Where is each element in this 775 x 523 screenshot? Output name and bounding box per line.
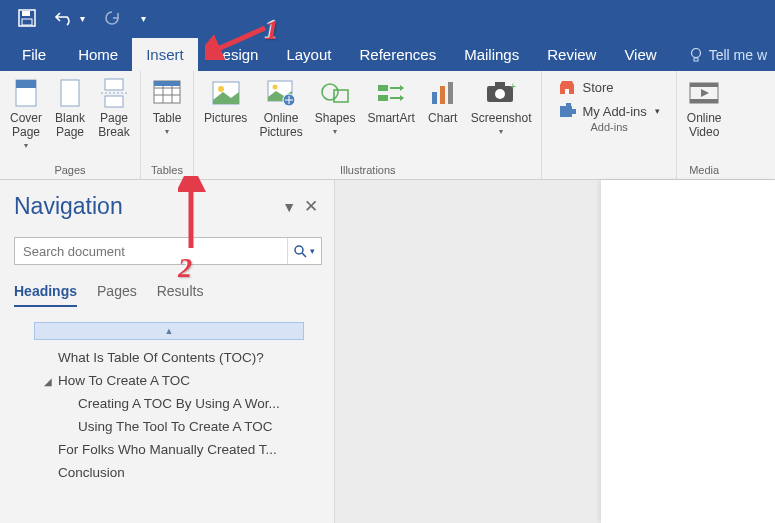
store-button[interactable]: Store <box>558 79 659 95</box>
page-break-button[interactable]: Page Break <box>92 73 136 162</box>
chart-icon <box>427 77 459 109</box>
online-video-button[interactable]: Online Video <box>681 73 728 162</box>
tab-insert[interactable]: Insert <box>132 38 198 71</box>
pictures-button[interactable]: Pictures <box>198 73 253 162</box>
redo-icon[interactable] <box>103 10 121 26</box>
table-button[interactable]: Table ▾ <box>145 73 189 162</box>
my-addins-button[interactable]: My Add-ins ▾ <box>558 103 659 119</box>
store-icon <box>558 79 576 95</box>
svg-rect-30 <box>495 82 505 88</box>
search-input[interactable] <box>15 240 287 263</box>
group-media-label: Media <box>681 162 728 179</box>
svg-point-20 <box>273 85 278 90</box>
undo-icon[interactable]: ▾ <box>54 10 85 26</box>
shapes-label: Shapes <box>315 111 356 125</box>
screenshot-label: Screenshot <box>471 111 532 125</box>
close-icon[interactable]: ✕ <box>300 192 322 221</box>
annotation-number-1: 1 <box>265 14 279 46</box>
tab-review[interactable]: Review <box>533 38 610 71</box>
save-icon[interactable] <box>18 9 36 27</box>
blank-page-button[interactable]: Blank Page <box>48 73 92 162</box>
online-pictures-icon <box>265 77 297 109</box>
qat-customize-icon[interactable]: ▾ <box>139 13 146 24</box>
nav-tab-pages[interactable]: Pages <box>97 283 137 307</box>
svg-rect-24 <box>378 85 388 91</box>
svg-rect-4 <box>694 58 698 61</box>
svg-rect-27 <box>440 86 445 104</box>
lightbulb-icon <box>689 47 703 63</box>
svg-rect-2 <box>22 19 32 25</box>
online-pictures-button[interactable]: Online Pictures <box>253 73 308 162</box>
chart-label: Chart <box>428 111 457 125</box>
shapes-icon <box>319 77 351 109</box>
blank-page-icon <box>54 77 86 109</box>
quick-access-toolbar: ▾ ▾ <box>0 0 775 36</box>
shapes-button[interactable]: Shapes▾ <box>309 73 362 162</box>
svg-point-31 <box>495 89 505 99</box>
blank-page-label: Blank Page <box>55 111 85 139</box>
heading-item[interactable]: Creating A TOC By Using A Wor... <box>14 392 322 415</box>
svg-rect-9 <box>105 96 123 107</box>
svg-rect-16 <box>154 81 180 86</box>
svg-rect-8 <box>105 79 123 90</box>
svg-rect-7 <box>61 80 79 106</box>
chevron-down-icon: ▾ <box>655 106 660 116</box>
navigation-dropdown-icon[interactable]: ▼ <box>278 195 300 219</box>
svg-text:+: + <box>510 81 516 92</box>
tell-me-search[interactable]: Tell me w <box>681 39 775 71</box>
svg-rect-35 <box>566 103 571 108</box>
navigation-tabs: Headings Pages Results <box>14 283 322 308</box>
navigation-search[interactable]: ▾ <box>14 237 322 265</box>
smartart-button[interactable]: SmartArt <box>361 73 420 162</box>
collapse-icon[interactable]: ◢ <box>44 376 56 387</box>
heading-item[interactable]: For Folks Who Manually Created T... <box>14 438 322 461</box>
svg-point-18 <box>218 86 224 92</box>
group-illustrations-label: Illustrations <box>198 162 537 179</box>
nav-tab-headings[interactable]: Headings <box>14 283 77 307</box>
search-icon <box>294 245 307 258</box>
heading-item[interactable]: Conclusion <box>14 461 322 484</box>
tab-home[interactable]: Home <box>64 38 132 71</box>
heading-item[interactable]: ◢How To Create A TOC <box>14 369 322 392</box>
chart-button[interactable]: Chart <box>421 73 465 162</box>
svg-rect-33 <box>565 89 569 94</box>
online-pictures-label: Online Pictures <box>259 111 302 139</box>
tab-references[interactable]: References <box>345 38 450 71</box>
svg-point-3 <box>691 49 700 58</box>
ribbon-tabs: File Home Insert Design Layout Reference… <box>0 36 775 71</box>
heading-item[interactable]: Using The Tool To Create A TOC <box>14 415 322 438</box>
search-button[interactable]: ▾ <box>287 238 321 264</box>
tab-view[interactable]: View <box>610 38 670 71</box>
group-addins: Store My Add-ins ▾ Add-ins <box>542 71 676 179</box>
group-pages: Cover Page▾ Blank Page Page Break Pages <box>0 71 141 179</box>
nav-tab-results[interactable]: Results <box>157 283 204 307</box>
screenshot-icon: + <box>485 77 517 109</box>
undo-dropdown-icon[interactable]: ▾ <box>80 13 85 24</box>
cover-page-button[interactable]: Cover Page▾ <box>4 73 48 162</box>
document-page[interactable] <box>601 180 775 523</box>
screenshot-button[interactable]: + Screenshot▾ <box>465 73 538 162</box>
store-label: Store <box>582 80 613 95</box>
tab-file[interactable]: File <box>0 38 64 71</box>
annotation-arrow-2 <box>178 176 208 254</box>
document-area <box>335 180 775 523</box>
heading-label: How To Create A TOC <box>58 373 190 388</box>
heading-item[interactable]: What Is Table Of Contents (TOC)? <box>14 346 322 369</box>
tab-mailings[interactable]: Mailings <box>450 38 533 71</box>
svg-point-22 <box>322 84 338 100</box>
page-break-icon <box>98 77 130 109</box>
annotation-number-2: 2 <box>178 252 192 284</box>
tab-layout[interactable]: Layout <box>272 38 345 71</box>
online-video-label: Online Video <box>687 111 722 139</box>
chevron-down-icon: ▾ <box>310 246 315 256</box>
tell-me-label: Tell me w <box>709 47 767 63</box>
cover-page-label: Cover Page <box>10 111 42 139</box>
svg-point-40 <box>295 246 303 254</box>
video-icon <box>688 77 720 109</box>
smartart-icon <box>375 77 407 109</box>
addins-icon <box>558 103 576 119</box>
pictures-icon <box>210 77 242 109</box>
group-illustrations: Pictures Online Pictures Shapes▾ SmartAr… <box>194 71 542 179</box>
group-addins-label: Add-ins <box>546 119 671 136</box>
tree-jump-top[interactable]: ▲ <box>34 322 304 340</box>
